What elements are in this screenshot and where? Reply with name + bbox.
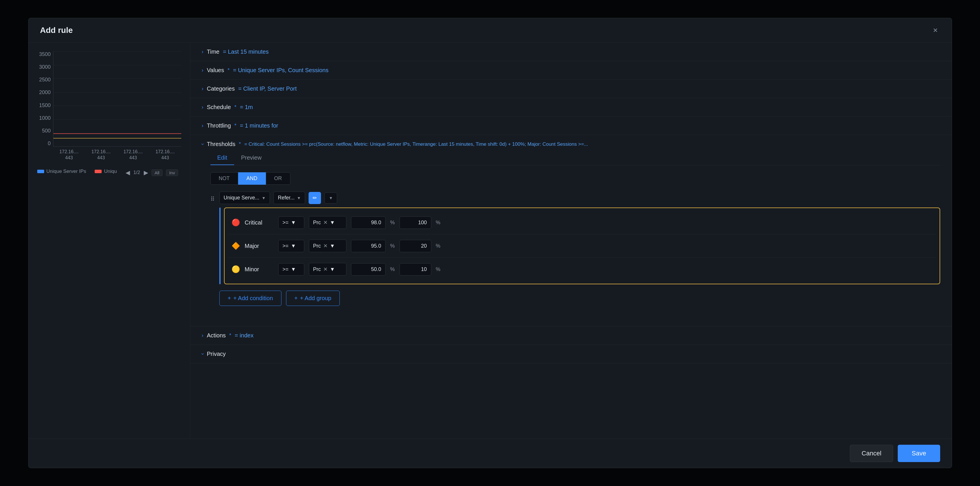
throttling-row-header[interactable]: › Throttling * = 1 minutes for — [202, 122, 940, 129]
extra-dropdown[interactable]: ▼ — [325, 192, 337, 203]
y-label-500: 500 — [42, 128, 51, 134]
chart-container: 3500 3000 2500 2000 1500 1000 500 0 — [37, 51, 181, 161]
major-operator-select[interactable]: >= ▼ — [278, 240, 304, 252]
throttling-row: › Throttling * = 1 minutes for — [190, 117, 952, 135]
major-prc-label: Prc — [313, 243, 321, 249]
action-buttons-row: + + Add condition + + Add group — [220, 291, 940, 306]
add-group-icon: + — [294, 295, 298, 302]
major-row: 🔶 Major >= ▼ Prc — [224, 234, 940, 257]
time-row-header[interactable]: › Time = Last 15 minutes — [202, 48, 940, 55]
thresholds-chevron-icon: › — [199, 143, 205, 145]
categories-row: › Categories = Client IP, Server Port — [190, 79, 952, 98]
tab-preview[interactable]: Preview — [234, 151, 269, 165]
thresholds-label: Thresholds — [207, 141, 235, 148]
critical-prc-clear-button[interactable]: ✕ — [323, 219, 328, 226]
tab-bar: Edit Preview — [210, 151, 940, 165]
tab-edit[interactable]: Edit — [210, 151, 234, 165]
reference-dropdown[interactable]: Refer... ▼ — [274, 192, 305, 204]
save-button[interactable]: Save — [898, 445, 940, 462]
critical-value1-input[interactable] — [351, 216, 386, 229]
minor-prc-select[interactable]: Prc ✕ ▼ — [309, 263, 347, 276]
metric-dropdown[interactable]: Unique Serve... ▼ — [220, 192, 270, 204]
chart-y-axis: 3500 3000 2500 2000 1500 1000 500 0 — [37, 51, 53, 147]
privacy-label: Privacy — [207, 351, 226, 357]
minor-operator-select[interactable]: >= ▼ — [278, 263, 304, 276]
categories-value: = Client IP, Server Port — [238, 86, 297, 92]
critical-value2-input[interactable] — [399, 216, 431, 229]
privacy-row-header[interactable]: › Privacy — [202, 351, 940, 357]
add-group-button[interactable]: + + Add group — [286, 291, 340, 306]
close-button[interactable]: × — [931, 25, 940, 35]
condition-metric-row: Unique Serve... ▼ Refer... ▼ ✏ — [220, 192, 940, 204]
actions-required: * — [229, 332, 231, 338]
chart-area: 3500 3000 2500 2000 1500 1000 500 0 — [37, 51, 181, 430]
major-unit2: % — [436, 243, 441, 249]
major-prc-clear-button[interactable]: ✕ — [323, 243, 328, 249]
thresholds-row: › Thresholds * = Critical: Count Session… — [190, 135, 952, 326]
major-prc-select[interactable]: Prc ✕ ▼ — [309, 240, 347, 252]
major-value1-input[interactable] — [351, 240, 386, 252]
time-row: › Time = Last 15 minutes — [190, 43, 952, 61]
edit-pencil-button[interactable]: ✏ — [309, 192, 321, 204]
minor-value2-input[interactable] — [399, 263, 431, 276]
critical-prc-select[interactable]: Prc ✕ ▼ — [309, 216, 347, 229]
throttling-value: = 1 minutes for — [240, 122, 278, 129]
thresholds-required: * — [239, 141, 241, 147]
legend-dot-blue — [37, 170, 44, 173]
legend-label-red: Uniqu — [104, 168, 117, 174]
major-icon: 🔶 — [232, 242, 240, 250]
drag-handle[interactable]: ⠿ — [210, 192, 215, 203]
condition-container: ⠿ Unique Serve... ▼ — [210, 192, 940, 314]
throttling-required: * — [234, 123, 236, 129]
critical-unit1: % — [390, 220, 395, 226]
y-label-1500: 1500 — [39, 102, 51, 108]
prev-page-button[interactable]: ◀ — [126, 169, 130, 176]
critical-row: 🔴 Critical >= ▼ Prc — [224, 211, 940, 234]
legend-label-blue: Unique Server IPs — [46, 168, 86, 174]
add-group-label: + Add group — [300, 295, 331, 302]
actions-row-header[interactable]: › Actions * = index — [202, 332, 940, 339]
inv-badge[interactable]: Inv — [166, 169, 178, 176]
or-button[interactable]: OR — [266, 172, 290, 185]
add-condition-button[interactable]: + + Add condition — [220, 291, 282, 306]
critical-prc-label: Prc — [313, 220, 321, 226]
categories-row-header[interactable]: › Categories = Client IP, Server Port — [202, 86, 940, 92]
schedule-required: * — [234, 104, 236, 110]
schedule-row-header[interactable]: › Schedule * = 1m — [202, 104, 940, 111]
left-panel: 3500 3000 2500 2000 1500 1000 500 0 — [29, 43, 190, 439]
critical-prc-chevron: ▼ — [330, 220, 335, 226]
critical-operator-select[interactable]: >= ▼ — [278, 216, 304, 229]
y-label-2500: 2500 — [39, 77, 51, 83]
throttling-chevron-icon: › — [202, 123, 204, 129]
thresholds-row-header[interactable]: › Thresholds * = Critical: Count Session… — [202, 141, 940, 148]
major-label: Major — [245, 243, 274, 249]
y-label-0: 0 — [48, 141, 51, 147]
actions-chevron-icon: › — [202, 332, 204, 338]
actions-row: › Actions * = index — [190, 326, 952, 345]
condition-inner: Unique Serve... ▼ Refer... ▼ ✏ — [220, 192, 940, 314]
major-value2-input[interactable] — [399, 240, 431, 252]
minor-value1-input[interactable] — [351, 263, 386, 276]
minor-prc-label: Prc — [313, 266, 321, 272]
cancel-button[interactable]: Cancel — [850, 445, 893, 462]
next-page-button[interactable]: ▶ — [144, 169, 148, 176]
schedule-chevron-icon: › — [202, 104, 204, 110]
schedule-label: Schedule — [207, 104, 231, 111]
all-badge[interactable]: All — [151, 169, 163, 176]
values-row-header[interactable]: › Values * = Unique Server IPs, Count Se… — [202, 67, 940, 74]
major-unit1: % — [390, 243, 395, 249]
page-indicator: 1/2 — [134, 170, 140, 175]
minor-prc-clear-button[interactable]: ✕ — [323, 266, 328, 272]
add-condition-label: + Add condition — [233, 295, 273, 302]
y-label-3500: 3500 — [39, 51, 51, 57]
not-button[interactable]: NOT — [210, 172, 238, 185]
x-label-1: 172.16....443 — [53, 147, 85, 161]
and-button[interactable]: AND — [238, 172, 266, 185]
chart-legend: Unique Server IPs Uniqu ◀ 1/2 ▶ All Inv — [37, 167, 181, 176]
privacy-row: › Privacy — [190, 345, 952, 363]
time-chevron-icon: › — [202, 49, 204, 55]
minor-unit1: % — [390, 266, 395, 272]
values-row: › Values * = Unique Server IPs, Count Se… — [190, 61, 952, 79]
schedule-row: › Schedule * = 1m — [190, 98, 952, 117]
privacy-chevron-icon: › — [199, 353, 205, 355]
